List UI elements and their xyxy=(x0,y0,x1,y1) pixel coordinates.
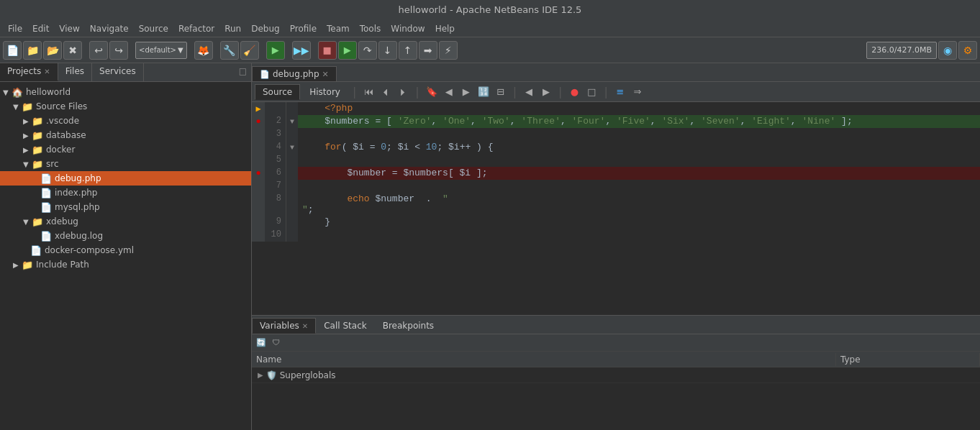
tree-arrow-icon[interactable]: ▶ xyxy=(23,117,30,125)
tree-item-source_files[interactable]: ▼📁Source Files xyxy=(0,99,251,114)
vars-row[interactable]: ▶🛡️Superglobals xyxy=(252,367,980,383)
menu-item-edit[interactable]: Edit xyxy=(27,22,54,35)
close-project-btn[interactable]: ✖ xyxy=(63,41,82,60)
menu-item-run[interactable]: Run xyxy=(219,22,246,35)
line-gutter-2[interactable]: ● xyxy=(252,115,265,128)
first-change-btn[interactable]: ⏮ xyxy=(360,84,376,100)
bottom-tab-close[interactable]: ✕ xyxy=(302,322,308,330)
line-gutter-10[interactable] xyxy=(252,229,265,242)
line-fold-2[interactable]: ▼ xyxy=(286,115,298,128)
step-into-btn[interactable]: ↓ xyxy=(378,41,397,60)
apply-code-btn[interactable]: ⚡ xyxy=(439,41,458,60)
menu-item-help[interactable]: Help xyxy=(430,22,460,35)
clean-btn[interactable]: 🧹 xyxy=(240,41,259,60)
build-btn[interactable]: 🔧 xyxy=(220,41,239,60)
tree-arrow-icon[interactable]: ▶ xyxy=(23,146,30,154)
menu-item-profile[interactable]: Profile xyxy=(285,22,322,35)
step-over-btn[interactable]: ↷ xyxy=(358,41,377,60)
line-gutter-9[interactable] xyxy=(252,216,265,229)
line-fold-3[interactable] xyxy=(286,128,298,141)
shift-right-btn[interactable]: ⇒ xyxy=(630,84,645,100)
editor-tab-close[interactable]: ✕ xyxy=(322,70,329,79)
line-gutter-7[interactable] xyxy=(252,180,265,193)
prev-occurrence-btn[interactable]: ◀ xyxy=(521,84,537,100)
line-gutter-6[interactable]: ● xyxy=(252,167,265,180)
menu-item-debug[interactable]: Debug xyxy=(246,22,284,35)
menu-item-view[interactable]: View xyxy=(54,22,84,35)
prev-change-btn[interactable]: ⏴ xyxy=(378,84,394,100)
next-bookmark-btn[interactable]: ▶ xyxy=(458,84,474,100)
step-out-btn[interactable]: ↑ xyxy=(399,41,417,60)
line-gutter-3[interactable] xyxy=(252,128,265,141)
code-editor[interactable]: ▶ <?php●2▼ $numbers = [ 'Zero', 'One', '… xyxy=(252,102,980,315)
new-file-btn[interactable]: 📄 xyxy=(3,41,22,60)
tree-item-mysql_php[interactable]: 📄mysql.php xyxy=(0,200,251,214)
bottom-tab-call-stack[interactable]: Call Stack xyxy=(316,318,374,334)
history-tab[interactable]: History xyxy=(301,84,348,100)
tree-arrow-icon[interactable]: ▼ xyxy=(23,160,30,168)
menu-item-tools[interactable]: Tools xyxy=(355,22,386,35)
vars-filter-btn[interactable]: 🛡 xyxy=(269,337,282,349)
toggle-bookmark-btn[interactable]: 🔖 xyxy=(424,84,440,100)
menu-item-refactor[interactable]: Refactor xyxy=(173,22,219,35)
tree-item-docker[interactable]: ▶📁docker xyxy=(0,142,251,157)
redo-btn[interactable]: ↪ xyxy=(109,41,128,60)
tree-arrow-icon[interactable]: ▼ xyxy=(13,103,20,111)
tree-item-src[interactable]: ▼📁src xyxy=(0,157,251,171)
line-fold-10[interactable] xyxy=(286,229,298,242)
tree-item-helloworld[interactable]: ▼🏠helloworld xyxy=(0,85,251,99)
editor-tab-debug_php[interactable]: 📄debug.php✕ xyxy=(252,66,337,81)
menu-item-team[interactable]: Team xyxy=(322,22,355,35)
sidebar-expand-btn[interactable]: □ xyxy=(235,63,251,81)
run-to-cursor-btn[interactable]: ➡ xyxy=(419,41,437,60)
format-btn[interactable]: ≡ xyxy=(612,84,628,100)
toggle-breakpoint-btn[interactable]: ● xyxy=(566,84,582,100)
line-gutter-4[interactable] xyxy=(252,141,265,154)
new-project-btn[interactable]: 📁 xyxy=(23,41,42,60)
line-fold-1[interactable] xyxy=(286,102,298,115)
tree-arrow-icon[interactable]: ▶ xyxy=(13,261,20,269)
line-gutter-1[interactable]: ▶ xyxy=(252,102,265,115)
menu-item-window[interactable]: Window xyxy=(386,22,430,35)
tree-item-index_php[interactable]: 📄index.php xyxy=(0,186,251,200)
undo-btn[interactable]: ↩ xyxy=(89,41,108,60)
tree-item-xdebug_log[interactable]: 📄xdebug.log xyxy=(0,229,251,243)
sidebar-tab-close[interactable]: ✕ xyxy=(44,68,50,76)
line-gutter-5[interactable] xyxy=(252,154,265,167)
tree-arrow-icon[interactable]: ▼ xyxy=(23,218,30,226)
menu-item-source[interactable]: Source xyxy=(134,22,173,35)
firefox-btn[interactable]: 🦊 xyxy=(194,41,213,60)
bottom-tab-breakpoints[interactable]: Breakpoints xyxy=(375,318,442,334)
settings-btn[interactable]: ⚙ xyxy=(958,41,977,60)
open-project-btn[interactable]: 📂 xyxy=(43,41,62,60)
line-fold-5[interactable] xyxy=(286,154,298,167)
continue-btn[interactable]: ▶ xyxy=(338,41,357,60)
line-fold-7[interactable] xyxy=(286,180,298,193)
menu-item-file[interactable]: File xyxy=(3,22,27,35)
config-dropdown[interactable]: <default> ▼ xyxy=(135,42,187,59)
sidebar-tab-services[interactable]: Services xyxy=(92,63,144,81)
line-fold-6[interactable] xyxy=(286,167,298,180)
tree-item-xdebug[interactable]: ▼📁xdebug xyxy=(0,214,251,229)
split-btn[interactable]: ⊟ xyxy=(493,84,509,100)
line-fold-8[interactable] xyxy=(286,193,298,216)
line-fold-4[interactable]: ▼ xyxy=(286,141,298,154)
next-change-btn[interactable]: ⏵ xyxy=(395,84,411,100)
line-fold-9[interactable] xyxy=(286,216,298,229)
sidebar-tab-files[interactable]: Files xyxy=(58,63,92,81)
debug-btn2[interactable]: ▶▶ xyxy=(292,41,311,60)
prev-bookmark-btn[interactable]: ◀ xyxy=(441,84,457,100)
next-occurrence-btn[interactable]: ▶ xyxy=(538,84,554,100)
stop-btn[interactable]: ■ xyxy=(318,41,337,60)
tree-item-include_path[interactable]: ▶📁Include Path xyxy=(0,257,251,272)
tree-arrow-icon[interactable]: ▶ xyxy=(23,132,30,139)
vars-expand-arrow[interactable]: ▶ xyxy=(258,371,263,379)
new-watch-btn[interactable]: □ xyxy=(584,84,599,100)
sidebar-tab-projects[interactable]: Projects✕ xyxy=(0,63,58,81)
run-btn[interactable]: ▶ xyxy=(266,41,285,60)
tree-item-docker-compose_yml[interactable]: 📄docker-compose.yml xyxy=(0,243,251,257)
tree-arrow-icon[interactable]: ▼ xyxy=(3,88,10,96)
tree-item-debug_php[interactable]: 📄debug.php xyxy=(0,171,251,186)
profile-btn[interactable]: ◉ xyxy=(938,41,957,60)
bottom-tab-variables[interactable]: Variables✕ xyxy=(252,318,316,334)
